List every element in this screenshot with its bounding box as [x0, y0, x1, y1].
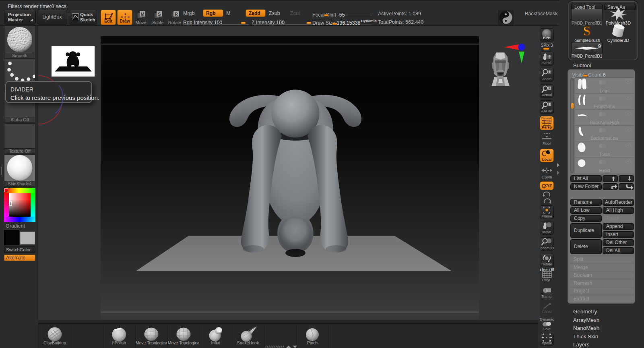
palette-header-arraymesh[interactable]: ArrayMesh [573, 317, 599, 323]
aahalf-button[interactable]: AAHalf [540, 100, 554, 114]
move-to-top-button[interactable] [603, 183, 618, 190]
simplebrush-icon[interactable]: S [579, 25, 594, 37]
extract-button[interactable]: Extract [570, 296, 634, 302]
brush-slot-snakehook[interactable]: SnakeHook [232, 325, 264, 348]
subtool-row-head[interactable]: Head [575, 157, 634, 174]
solo-button[interactable]: Solo [540, 321, 554, 331]
brush-slot-hpolish[interactable]: hPolish [103, 325, 135, 348]
subtool-row-torso[interactable]: Torso [575, 141, 634, 157]
z-intensity-handle[interactable] [306, 22, 312, 24]
rgb-intensity-handle[interactable] [241, 22, 246, 24]
subtool-scrollbar-handle[interactable] [571, 103, 574, 109]
frame-button[interactable]: Frame [540, 205, 554, 219]
rename-button[interactable]: Rename [570, 199, 602, 206]
zadd-button[interactable]: Zadd [246, 9, 266, 17]
focal-shift-slider[interactable]: Focal Shift -55 [312, 11, 373, 17]
all-high-button[interactable]: All High [603, 207, 634, 214]
quick-sketch-button[interactable]: Quick Sketch [69, 10, 97, 25]
subtool-scrollbar[interactable] [570, 78, 574, 173]
subtool-row-frontarms[interactable]: FrontArms [575, 94, 634, 110]
list-all-button[interactable]: List All [570, 175, 602, 182]
switch-color-button[interactable]: SwitchColor [4, 246, 35, 253]
eye-icon[interactable] [625, 95, 632, 100]
secondary-color-swatch[interactable] [20, 232, 35, 244]
project-button[interactable]: Project [570, 288, 634, 294]
hue-ring-bottom[interactable] [4, 217, 35, 222]
lsym-button[interactable]: L.Sym [540, 166, 554, 180]
subtool-row-legs[interactable]: Legs [575, 78, 634, 94]
visible-count-handle[interactable] [583, 75, 588, 77]
polyf-button[interactable]: PolyF [540, 271, 554, 282]
zcut-button[interactable]: Zcut [290, 10, 300, 16]
lightbox-button[interactable]: LightBox [37, 10, 67, 25]
color-picker[interactable] [4, 188, 35, 222]
palette-header-nanomesh[interactable]: NanoMesh [573, 325, 599, 331]
alternate-button[interactable]: Alternate [4, 255, 35, 261]
delete-button[interactable]: Delete [570, 239, 602, 254]
bpr-button[interactable]: BPR [540, 28, 554, 41]
new-folder-button[interactable]: New Folder [570, 183, 602, 190]
zoom3d-button[interactable]: Zoom3D [540, 237, 554, 251]
persp-button[interactable]: Dynamic Persp [540, 116, 554, 130]
subtool-up-button[interactable] [603, 175, 618, 182]
palette-header-geometry[interactable]: Geometry [573, 309, 597, 315]
focal-shift-handle[interactable] [324, 14, 329, 17]
remesh-button[interactable]: Remesh [570, 280, 634, 287]
actual-button[interactable]: Actual [540, 84, 554, 98]
axis-gizmo[interactable] [502, 42, 526, 65]
palette-header-thickskin[interactable]: Thick Skin [573, 334, 598, 340]
eye-icon[interactable] [625, 79, 632, 84]
split-button[interactable]: Split [570, 256, 634, 263]
rgb-button[interactable]: Rgb [203, 9, 223, 17]
projection-master-button[interactable]: Projection Master [4, 10, 36, 25]
hue-ring-left[interactable] [4, 193, 9, 217]
tray-scroll-arrows[interactable] [285, 345, 299, 348]
gradient-toggle[interactable]: Gradient [6, 223, 25, 229]
draw-size-handle[interactable] [332, 23, 337, 25]
hue-ring-top[interactable] [4, 188, 35, 193]
del-other-button[interactable]: Del Other [603, 239, 634, 246]
xpose-button[interactable]: Xpose [540, 333, 554, 346]
spin-right-icon[interactable] [543, 198, 552, 204]
append-button[interactable]: Append [603, 223, 634, 230]
zsub-button[interactable]: Zsub [269, 10, 280, 16]
move-to-bottom-button[interactable] [619, 183, 634, 190]
spix-handle[interactable] [543, 48, 549, 50]
cylinder3d-icon[interactable] [610, 23, 626, 39]
m-button[interactable]: M [226, 10, 230, 16]
tray-divider-handle[interactable] [1, 167, 2, 175]
material-thumbnail[interactable] [4, 154, 35, 181]
brush-slot-pinch[interactable]: Pinch [296, 325, 328, 348]
autoreorder-button[interactable]: AutoReorder [603, 199, 634, 206]
duplicate-button[interactable]: Duplicate [570, 223, 602, 238]
eye-icon[interactable] [625, 127, 632, 132]
camera-head-icon[interactable] [491, 51, 510, 88]
brush-slot-claybuildup[interactable]: ClayBuildup [39, 325, 71, 348]
paste-button[interactable]: Paste [603, 215, 634, 222]
subtool-header[interactable]: Subtool [573, 62, 591, 68]
copy-button[interactable]: Copy [570, 215, 602, 222]
rotate3d-button[interactable]: Rotate [540, 254, 554, 267]
polymesh3d-star-icon[interactable] [607, 8, 631, 21]
active-tool-thumbnail[interactable] [571, 9, 603, 20]
spin-left-icon[interactable] [542, 191, 551, 197]
edit-button[interactable]: Edit [101, 10, 116, 25]
mrgb-button[interactable]: Mrgb [183, 10, 194, 16]
move-button[interactable]: M Move [132, 10, 150, 25]
rgb-intensity-slider[interactable]: Rgb Intensity 100 [183, 19, 256, 26]
dynamic-mode-label[interactable]: Dynamic [361, 19, 377, 23]
brush-slot-inflat[interactable]: Inflat [200, 325, 232, 348]
local-button[interactable]: Local [540, 149, 554, 162]
xyz-button[interactable]: XYZ [540, 181, 554, 190]
insert-button[interactable]: Insert [603, 231, 634, 238]
document-canvas[interactable] [101, 36, 479, 320]
move3d-button[interactable]: Move [540, 221, 554, 235]
tray-scrollbar[interactable] [265, 345, 285, 348]
eye-icon[interactable] [625, 111, 632, 116]
floor-button[interactable]: Floor [540, 133, 554, 146]
scroll-button[interactable]: Scroll [540, 52, 554, 66]
eye-icon[interactable] [625, 159, 632, 164]
z-intensity-slider[interactable]: Z Intensity 100 [252, 19, 316, 26]
draw-button[interactable]: Draw [117, 10, 132, 25]
sv-square[interactable] [9, 193, 31, 217]
